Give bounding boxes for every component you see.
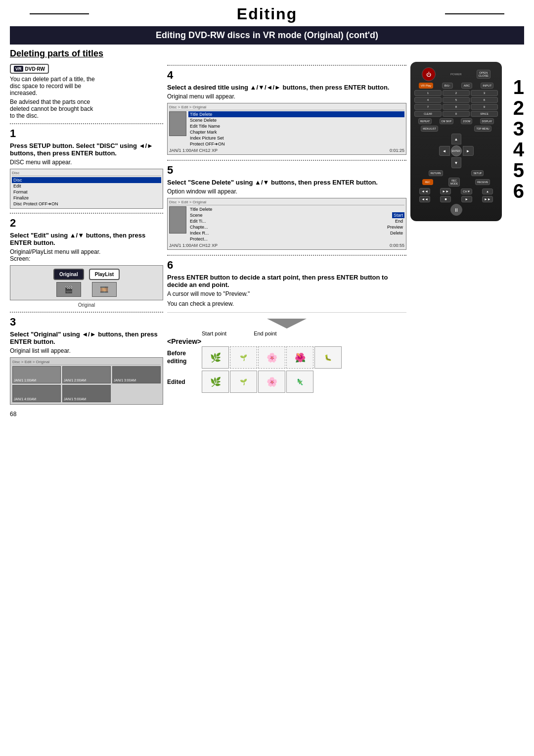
input-btn[interactable]: INPUT: [481, 83, 493, 89]
step1-note: DISC menu will appear.: [10, 159, 163, 166]
step1-bold: Press SETUP button. Select "DISC" using …: [10, 142, 163, 157]
step6-bold: Press ENTER button to decide a start poi…: [167, 274, 406, 288]
dpad-left[interactable]: ◄: [439, 146, 450, 156]
dpad: ▲ ▼ ◄ ► ENTER: [439, 134, 474, 168]
step3-num: 3: [10, 316, 163, 329]
space-btn[interactable]: SPACE: [471, 111, 498, 117]
step1-screen: Disc Disc Edit Format Finalize Disc Prot…: [10, 169, 163, 209]
step1-item-finalize: Finalize: [12, 195, 161, 201]
fwd-btn[interactable]: ►►: [482, 196, 493, 202]
power-btn[interactable]: ⏻: [422, 67, 436, 81]
step6-note2: You can check a preview.: [167, 300, 406, 307]
num-3[interactable]: 3: [471, 90, 498, 96]
step3-thumbs: JAN/1 1:00AM JAN/1 2:00AM JAN/1 3:00AM J…: [12, 366, 161, 402]
repeat-btn[interactable]: REPEAT: [418, 118, 432, 124]
step2-note: Original/PlayList menu will appear. Scre…: [10, 248, 163, 262]
vr-play-btn[interactable]: VR Play: [419, 83, 434, 89]
step5-item2b: Start: [392, 212, 404, 218]
step3-section: 3 Select "Original" using ◄/► buttons, t…: [10, 316, 163, 405]
top-menu-btn[interactable]: TOP MENU: [474, 126, 491, 132]
bu-btn[interactable]: B/U-: [442, 83, 453, 89]
step5-item4b: Preview: [386, 224, 404, 230]
step4-item2: Scene Delete: [188, 117, 404, 123]
left-column: VR DVD·RW You can delete part of a title…: [10, 62, 163, 409]
setup-btn[interactable]: SETUP: [471, 170, 484, 176]
dpad-up[interactable]: ▲: [451, 134, 461, 144]
before-frames: 🌿 🌱 🌸 🌺 🐛: [202, 346, 342, 369]
zoom-btn[interactable]: ZOOM: [461, 118, 472, 124]
num-0[interactable]: 0: [443, 111, 470, 117]
step6-section: 6 Press ENTER button to decide a start p…: [167, 259, 406, 307]
dpad-right[interactable]: ►: [463, 146, 474, 156]
num-2[interactable]: 2: [443, 90, 470, 96]
end-point-label: End point: [254, 331, 276, 336]
remote-top-row: ⏻ POWER OPENCLOSE: [414, 67, 498, 81]
return-btn[interactable]: RETURN: [429, 170, 443, 176]
rev-btn[interactable]: ◄◄: [419, 196, 430, 202]
enter-btn[interactable]: ENTER: [451, 145, 462, 156]
frame-e3: 🌸: [258, 371, 285, 393]
step1-item-disc: Disc: [12, 177, 161, 183]
rec-btn[interactable]: REC: [422, 179, 433, 185]
intro-note2: deleted cannot be brought back: [10, 105, 163, 112]
step4-item4: Chapter Mark: [188, 129, 404, 135]
step2-num: 2: [10, 217, 163, 230]
skip-fwd-btn[interactable]: ►►: [440, 188, 451, 194]
playlist-choice[interactable]: PlayList: [89, 269, 120, 280]
frame-b4: 🌺: [286, 346, 313, 369]
big-num-5: 5: [513, 160, 524, 181]
remote-row4: MENU/LIST TOP MENU: [414, 126, 498, 132]
big-num-4: 4: [513, 139, 524, 160]
step1-screen-title: Disc: [12, 171, 161, 176]
step4-sep: [167, 65, 406, 66]
rec-mode-btn[interactable]: RECMODE: [448, 178, 460, 187]
power-label: POWER: [450, 73, 462, 76]
frame-e4: 🦎: [286, 371, 313, 393]
remote-num-grid: 1 2 3 4 5 6 7 8 9 CLEAR 0 SPACE: [414, 90, 498, 117]
receive-btn[interactable]: RECEIVE: [475, 179, 490, 185]
display-btn[interactable]: DISPLAY: [480, 118, 494, 124]
original-choice[interactable]: Original: [53, 269, 84, 280]
ch-up-btn[interactable]: ▲: [482, 189, 493, 194]
edited-row: Edited 🌿 🌱 🌸 🦎: [167, 371, 406, 393]
arc-btn[interactable]: ARC: [461, 83, 472, 89]
skip-back-btn[interactable]: ◄◄: [419, 188, 430, 194]
num-9[interactable]: 9: [471, 104, 498, 110]
cm-skip-btn[interactable]: CM SKIP: [440, 118, 454, 124]
stop-btn[interactable]: ■: [440, 196, 451, 202]
page-number: 68: [0, 409, 534, 420]
pause-btn[interactable]: ⏸: [450, 204, 462, 216]
clear-btn[interactable]: CLEAR: [414, 111, 442, 117]
step5-footer: JAN/1 1:00AM CH12 XP 0:00:55: [169, 243, 404, 248]
open-close-btn[interactable]: OPENCLOSE: [477, 70, 490, 79]
step4-footer-left: JAN/1 1:00AM CH12 XP: [169, 148, 218, 153]
step1-num: 1: [10, 127, 163, 140]
step4-footer-right: 0:01:25: [390, 148, 404, 153]
num-5[interactable]: 5: [443, 97, 470, 103]
intro-note1: Be advised that the parts once: [10, 98, 163, 105]
num-4[interactable]: 4: [414, 97, 442, 103]
step5-bold: Select "Scene Delete" using ▲/▼ buttons,…: [167, 179, 406, 186]
dvdrw-text: DVD·RW: [25, 66, 45, 72]
frame-b3: 🌸: [258, 346, 285, 369]
play-btn[interactable]: ►: [461, 196, 472, 202]
middle-column: 4 Select a desired title using ▲/▼/◄/► b…: [163, 62, 410, 409]
num-8[interactable]: 8: [443, 104, 470, 110]
step5-item5a: Index R...: [188, 230, 389, 236]
step6-num: 6: [167, 259, 406, 272]
step4-item6: Protect OFF➔ON: [188, 141, 404, 147]
menu-list-btn[interactable]: MENU/LIST: [421, 126, 438, 132]
big-num-1: 1: [513, 77, 524, 97]
step5-item1: Title Delete: [188, 206, 404, 212]
remote-control: ⏻ POWER OPENCLOSE VR Play B/U- ARC INPUT: [410, 62, 513, 221]
dpad-down[interactable]: ▼: [451, 157, 461, 168]
remote-body: ⏻ POWER OPENCLOSE VR Play B/U- ARC INPUT: [410, 62, 502, 221]
step5-item3a: Edit Ti...: [188, 218, 394, 224]
num-7[interactable]: 7: [414, 104, 442, 110]
num-6[interactable]: 6: [471, 97, 498, 103]
num-1[interactable]: 1: [414, 90, 442, 96]
step4-footer: JAN/1 1:00AM CH12 XP 0:01:25: [169, 148, 404, 153]
step4-section: 4 Select a desired title using ▲/▼/◄/► b…: [167, 69, 406, 155]
ch-down-btn[interactable]: CH▼: [461, 189, 472, 194]
remote-row9: ⏸: [414, 204, 498, 216]
